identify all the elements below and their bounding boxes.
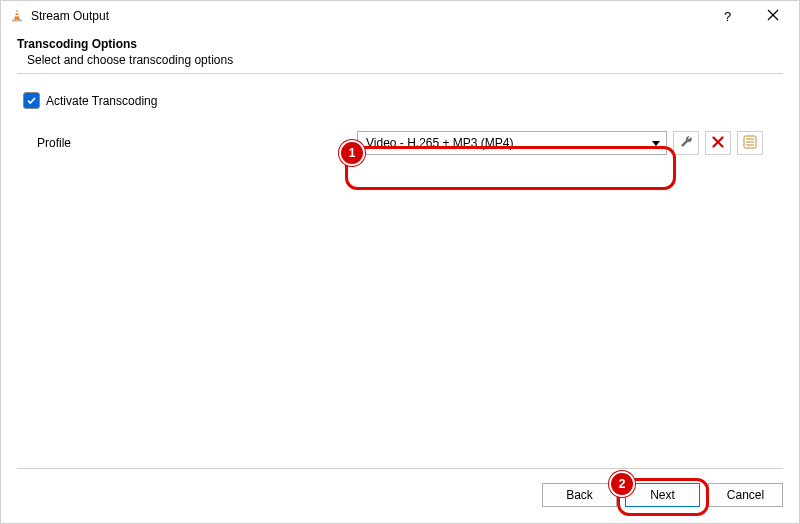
close-button[interactable] — [750, 1, 795, 31]
activate-transcoding-row: Activate Transcoding — [23, 92, 783, 109]
check-icon — [26, 95, 37, 106]
help-icon: ? — [724, 9, 731, 24]
footer-buttons: Back Next Cancel — [542, 483, 783, 507]
next-button[interactable]: Next — [625, 483, 700, 507]
cancel-button[interactable]: Cancel — [708, 483, 783, 507]
vlc-cone-icon — [9, 7, 25, 26]
back-label: Back — [566, 488, 593, 502]
back-button[interactable]: Back — [542, 483, 617, 507]
activate-transcoding-label: Activate Transcoding — [46, 94, 157, 108]
annotation-callout-1: 1 — [339, 140, 365, 166]
stream-output-dialog: Stream Output ? Transcoding Options Sele… — [0, 0, 800, 524]
next-label: Next — [650, 488, 675, 502]
footer-divider — [17, 468, 783, 469]
content-area: Transcoding Options Select and choose tr… — [1, 31, 799, 155]
activate-transcoding-checkbox[interactable] — [23, 92, 40, 109]
window-title: Stream Output — [31, 9, 109, 23]
chevron-down-icon — [652, 141, 660, 146]
svg-marker-0 — [14, 9, 20, 20]
new-profile-button[interactable] — [737, 131, 763, 155]
edit-profile-button[interactable] — [673, 131, 699, 155]
profile-row: Profile Video - H.265 + MP3 (MP4) — [17, 131, 783, 155]
close-icon — [767, 8, 779, 24]
delete-profile-button[interactable] — [705, 131, 731, 155]
profile-value: Video - H.265 + MP3 (MP4) — [366, 136, 514, 150]
annotation-callout-2: 2 — [609, 471, 635, 497]
new-list-icon — [743, 135, 757, 152]
svg-rect-1 — [15, 12, 19, 13]
svg-rect-3 — [12, 19, 22, 21]
section-heading: Transcoding Options — [17, 37, 783, 51]
section-subheading: Select and choose transcoding options — [27, 53, 783, 67]
profile-label: Profile — [37, 136, 357, 150]
wrench-icon — [679, 134, 694, 152]
profile-combobox[interactable]: Video - H.265 + MP3 (MP4) — [357, 131, 667, 155]
help-button[interactable]: ? — [705, 1, 750, 31]
title-bar: Stream Output ? — [1, 1, 799, 31]
delete-x-icon — [712, 136, 724, 151]
svg-rect-2 — [15, 15, 20, 16]
divider — [17, 73, 783, 74]
cancel-label: Cancel — [727, 488, 764, 502]
